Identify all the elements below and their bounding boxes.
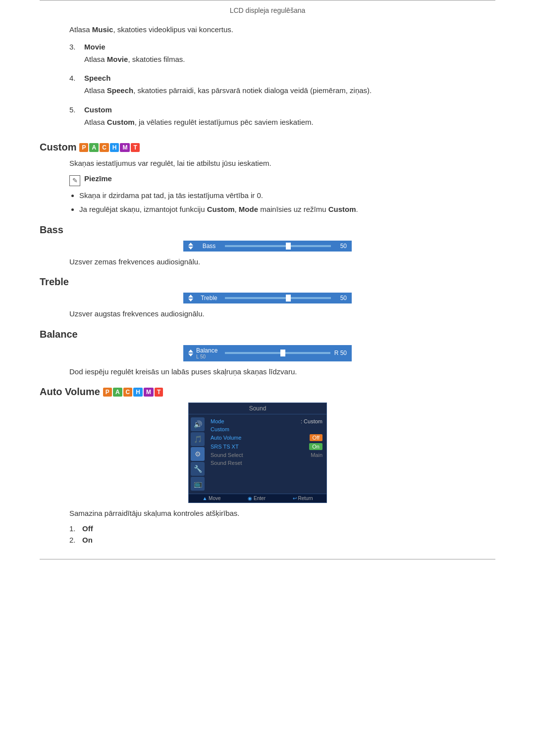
treble-up-arrow[interactable]: [188, 295, 193, 298]
note-box: ✎ Piezīme: [69, 174, 495, 186]
movie-label: Movie: [84, 43, 106, 51]
treble-track[interactable]: [225, 297, 331, 299]
bass-down-arrow[interactable]: [188, 247, 193, 250]
osd-icon-3: ⚙: [191, 447, 205, 461]
treble-label: Treble: [197, 295, 221, 302]
osd-srs-value: On: [309, 443, 322, 450]
osd-row-custom: Custom: [211, 425, 322, 433]
osd-icon-1: 🔊: [191, 417, 205, 431]
page-title: LCD displeja regulēšana: [230, 6, 306, 14]
av-badge-h: H: [133, 388, 143, 397]
osd-icon-2: 🎵: [191, 432, 205, 446]
treble-value: 50: [335, 295, 347, 302]
auto-volume-item-on: 2. On: [69, 536, 495, 544]
osd-row-auto-volume: Auto Volume Off: [211, 433, 322, 442]
balance-arrows[interactable]: [188, 350, 193, 356]
intro-music: Atlasa Music, skatoties videoklipus vai …: [69, 24, 495, 36]
balance-down-arrow[interactable]: [188, 353, 193, 356]
osd-row-sound-reset: Sound Reset: [211, 459, 322, 467]
bass-desc: Uzsver zemas frekvences audiosignālu.: [69, 256, 495, 268]
item-movie: 3. Movie Atlasa Movie, skatoties filmas.: [69, 43, 495, 70]
balance-slider-container: Balance L 50 R 50: [40, 345, 495, 361]
badge-p: P: [79, 143, 88, 152]
treble-arrows[interactable]: [188, 295, 193, 302]
osd-icons: 🔊 🎵 ⚙ 🔧 📺: [189, 414, 207, 494]
osd-body: 🔊 🎵 ⚙ 🔧 📺 Mode : Custom Custom Auto Volu…: [189, 414, 326, 494]
osd-row-sound-select: Sound Select Main: [211, 451, 322, 459]
av-badge-m: M: [144, 388, 154, 397]
bass-heading: Bass: [40, 224, 495, 236]
balance-heading: Balance: [40, 329, 495, 340]
speech-label: Speech: [84, 74, 110, 82]
osd-footer-enter: ◉ Enter: [248, 496, 266, 501]
bass-thumb[interactable]: [286, 243, 291, 250]
treble-heading: Treble: [40, 276, 495, 288]
custom-bullets: Skaņa ir dzirdama pat tad, ja tās iestat…: [79, 190, 495, 215]
balance-desc: Dod iespēju regulēt kreisās un labās pus…: [69, 366, 495, 378]
custom-desc: Skaņas iestatījumus var regulēt, lai tie…: [69, 158, 495, 169]
custom-section-heading: Custom P A C H M T: [40, 142, 495, 153]
custom-label: Custom: [84, 105, 112, 114]
bass-arrows[interactable]: [188, 243, 193, 250]
bullet-2: Ja regulējat skaņu, izmantojot funkciju …: [79, 204, 495, 215]
treble-slider-container: Treble 50: [40, 293, 495, 303]
osd-icon-4: 🔧: [191, 462, 205, 476]
bass-label: Bass: [197, 243, 221, 250]
item-speech: 4. Speech Atlasa Speech, skatoties pārra…: [69, 74, 495, 101]
treble-desc: Uzsver augstas frekvences audiosignālu.: [69, 308, 495, 320]
badge-h: H: [110, 143, 119, 152]
balance-label: Balance L 50: [196, 347, 221, 359]
bass-slider[interactable]: Bass 50: [183, 241, 352, 252]
bass-up-arrow[interactable]: [188, 243, 193, 246]
bass-value: 50: [335, 243, 347, 250]
balance-up-arrow[interactable]: [188, 350, 193, 353]
auto-volume-item-off: 1. Off: [69, 524, 495, 533]
page-header: LCD displeja regulēšana: [40, 0, 495, 14]
treble-thumb[interactable]: [286, 295, 291, 302]
av-badge-p: P: [103, 388, 112, 397]
av-badge-c: C: [123, 388, 133, 397]
custom-badges: P A C H M T: [79, 143, 139, 152]
note-icon: ✎: [69, 175, 80, 186]
av-badge-a: A: [113, 388, 122, 397]
treble-slider[interactable]: Treble 50: [183, 293, 352, 303]
badge-t: T: [131, 143, 139, 152]
balance-thumb[interactable]: [280, 350, 285, 356]
auto-volume-badges: P A C H M T: [103, 388, 163, 397]
bullet-1: Skaņa ir dzirdama pat tad, ja tās iestat…: [79, 190, 495, 202]
note-content: Piezīme: [84, 174, 112, 185]
osd-icon-5: 📺: [191, 477, 205, 491]
item-custom: 5. Custom Atlasa Custom, ja vēlaties reg…: [69, 105, 495, 133]
bass-track[interactable]: [225, 245, 331, 247]
auto-volume-desc: Samazina pārraidītāju skaļuma kontroles …: [69, 508, 495, 519]
badge-c: C: [100, 143, 109, 152]
balance-track[interactable]: [225, 352, 330, 354]
osd-auto-volume-value: Off: [310, 434, 322, 441]
badge-a: A: [89, 143, 99, 152]
treble-down-arrow[interactable]: [188, 299, 193, 302]
balance-slider[interactable]: Balance L 50 R 50: [183, 345, 352, 361]
osd-footer-move: ▲ Move: [202, 496, 220, 501]
osd-footer-return: ↩ Return: [293, 496, 313, 501]
osd-screen: Sound 🔊 🎵 ⚙ 🔧 📺 Mode : Custom Custom: [188, 403, 327, 503]
balance-r-value: R 50: [334, 350, 347, 356]
av-badge-t: T: [155, 388, 163, 397]
osd-row-mode: Mode : Custom: [211, 417, 322, 425]
badge-m: M: [120, 143, 130, 152]
osd-row-srs: SRS TS XT On: [211, 442, 322, 451]
osd-title: Sound: [189, 403, 326, 414]
osd-content: Mode : Custom Custom Auto Volume Off SRS…: [207, 414, 326, 494]
page-footer-border: [40, 559, 495, 559]
auto-volume-heading: Auto Volume P A C H M T: [40, 386, 495, 398]
osd-footer: ▲ Move ◉ Enter ↩ Return: [189, 494, 326, 503]
bass-slider-container: Bass 50: [40, 241, 495, 252]
